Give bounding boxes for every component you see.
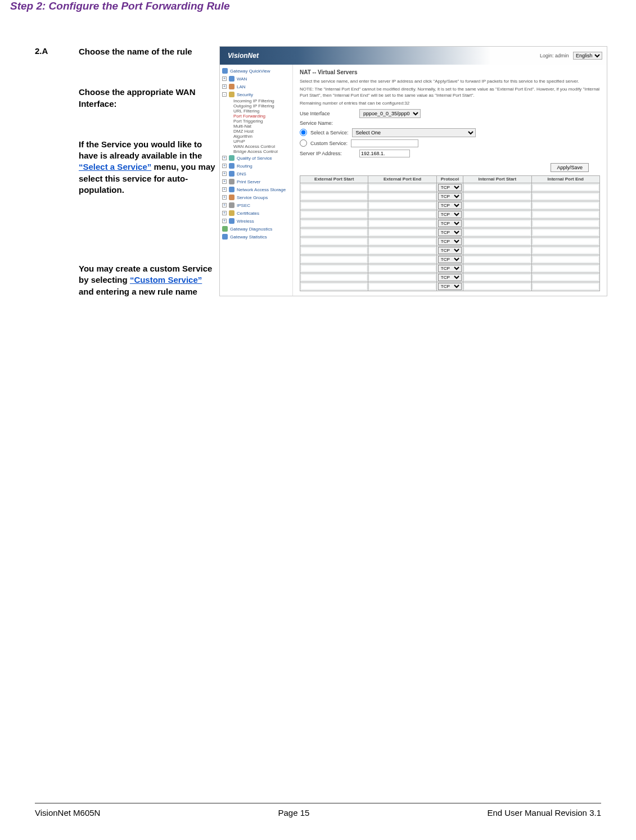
sidebar-sub[interactable]: Bridge Access Control [220, 149, 292, 154]
sidebar-item-wireless[interactable]: +Wireless [220, 217, 292, 225]
int-port-end-input[interactable] [533, 239, 598, 244]
int-port-end-input[interactable] [533, 212, 598, 217]
expand-icon[interactable]: + [222, 156, 227, 160]
ext-port-end-input[interactable] [369, 257, 435, 262]
protocol-select[interactable]: TCP [438, 211, 462, 218]
int-port-end-input[interactable] [533, 248, 598, 253]
expand-icon[interactable]: + [222, 187, 227, 192]
expand-icon[interactable]: + [222, 76, 227, 81]
expand-icon[interactable]: + [222, 211, 227, 215]
sidebar-item-dns[interactable]: +DNS [220, 170, 292, 178]
sidebar-item-print[interactable]: +Print Server [220, 178, 292, 186]
int-port-start-input[interactable] [464, 284, 530, 289]
collapse-icon[interactable]: - [222, 92, 227, 97]
sidebar-sub[interactable]: Multi-Nat [220, 124, 292, 129]
int-port-start-input[interactable] [464, 185, 530, 190]
sidebar-item-qos[interactable]: +Quality of Service [220, 154, 292, 162]
expand-icon[interactable]: + [222, 164, 227, 168]
custom-service-link[interactable]: “Custom Service” [130, 275, 202, 284]
ext-port-end-input[interactable] [369, 266, 435, 271]
sidebar-sub-active[interactable]: Port Forwarding [220, 114, 292, 119]
sidebar-sub[interactable]: DMZ Host [220, 129, 292, 134]
int-port-start-input[interactable] [464, 266, 530, 271]
int-port-end-input[interactable] [533, 266, 598, 271]
sidebar-item-security[interactable]: -Security [220, 91, 292, 98]
protocol-select[interactable]: TCP [438, 247, 462, 254]
protocol-select[interactable]: TCP [438, 283, 462, 290]
protocol-select[interactable]: TCP [438, 238, 462, 245]
select-service-dropdown[interactable]: Select One [352, 128, 476, 137]
language-select[interactable]: English [573, 52, 602, 60]
ext-port-start-input[interactable] [301, 203, 367, 208]
sidebar-sub[interactable]: UPnP [220, 139, 292, 144]
sidebar-sub[interactable]: Outgoing IP Filtering [220, 103, 292, 109]
int-port-end-input[interactable] [533, 257, 598, 262]
sidebar-item-lan[interactable]: +LAN [220, 83, 292, 91]
custom-service-input[interactable] [351, 139, 418, 147]
ext-port-start-input[interactable] [301, 185, 367, 190]
sidebar-sub[interactable]: URL Filtering [220, 109, 292, 114]
int-port-start-input[interactable] [464, 203, 530, 208]
int-port-end-input[interactable] [533, 230, 598, 235]
int-port-start-input[interactable] [464, 230, 530, 235]
int-port-start-input[interactable] [464, 221, 530, 226]
int-port-start-input[interactable] [464, 275, 530, 280]
sidebar-item-routing[interactable]: +Routing [220, 162, 292, 170]
int-port-end-input[interactable] [533, 194, 598, 199]
sidebar-item-wan[interactable]: +WAN [220, 75, 292, 83]
ext-port-start-input[interactable] [301, 284, 367, 289]
protocol-select[interactable]: TCP [438, 229, 462, 236]
int-port-end-input[interactable] [533, 203, 598, 208]
ext-port-end-input[interactable] [369, 221, 435, 226]
sidebar-item-quickview[interactable]: Gateway QuickView [220, 67, 292, 75]
expand-icon[interactable]: + [222, 203, 227, 207]
expand-icon[interactable]: + [222, 219, 227, 223]
ext-port-start-input[interactable] [301, 230, 367, 235]
ext-port-end-input[interactable] [369, 185, 435, 190]
protocol-select[interactable]: TCP [438, 220, 462, 227]
ext-port-end-input[interactable] [369, 248, 435, 253]
ext-port-end-input[interactable] [369, 284, 435, 289]
int-port-end-input[interactable] [533, 275, 598, 280]
ext-port-end-input[interactable] [369, 230, 435, 235]
int-port-start-input[interactable] [464, 212, 530, 217]
select-service-radio[interactable] [300, 129, 307, 136]
protocol-select[interactable]: TCP [438, 256, 462, 263]
ext-port-end-input[interactable] [369, 203, 435, 208]
int-port-end-input[interactable] [533, 185, 598, 190]
use-interface-select[interactable]: pppoe_0_0_35/ppp0 [359, 109, 421, 118]
sidebar-item-certs[interactable]: +Certificates [220, 209, 292, 217]
ext-port-end-input[interactable] [369, 212, 435, 217]
protocol-select[interactable]: TCP [438, 265, 462, 272]
expand-icon[interactable]: + [222, 179, 227, 184]
ext-port-start-input[interactable] [301, 194, 367, 199]
ext-port-start-input[interactable] [301, 275, 367, 280]
expand-icon[interactable]: + [222, 84, 227, 89]
sidebar-sub[interactable]: Algorithm [220, 134, 292, 139]
apply-save-button[interactable]: Apply/Save [551, 163, 589, 172]
sidebar-sub[interactable]: Incoming IP Filtering [220, 98, 292, 103]
ext-port-end-input[interactable] [369, 194, 435, 199]
select-a-service-link[interactable]: “Select a Service” [79, 162, 151, 171]
sidebar-item-ipsec[interactable]: +IPSEC [220, 201, 292, 209]
ext-port-start-input[interactable] [301, 257, 367, 262]
ext-port-start-input[interactable] [301, 248, 367, 253]
int-port-start-input[interactable] [464, 257, 530, 262]
int-port-end-input[interactable] [533, 284, 598, 289]
ext-port-start-input[interactable] [301, 221, 367, 226]
protocol-select[interactable]: TCP [438, 193, 462, 200]
sidebar-sub[interactable]: Port Triggering [220, 119, 292, 124]
int-port-start-input[interactable] [464, 194, 530, 199]
int-port-start-input[interactable] [464, 248, 530, 253]
int-port-end-input[interactable] [533, 221, 598, 226]
sidebar-item-nas[interactable]: +Network Access Storage [220, 186, 292, 193]
custom-service-radio[interactable] [300, 139, 307, 147]
ext-port-end-input[interactable] [369, 239, 435, 244]
sidebar-item-stats[interactable]: Gateway Statistics [220, 233, 292, 241]
protocol-select[interactable]: TCP [438, 274, 462, 281]
sidebar-item-groups[interactable]: +Service Groups [220, 193, 292, 201]
int-port-start-input[interactable] [464, 239, 530, 244]
ext-port-start-input[interactable] [301, 212, 367, 217]
protocol-select[interactable]: TCP [438, 184, 462, 191]
sidebar-item-diag[interactable]: Gateway Diagnostics [220, 225, 292, 233]
